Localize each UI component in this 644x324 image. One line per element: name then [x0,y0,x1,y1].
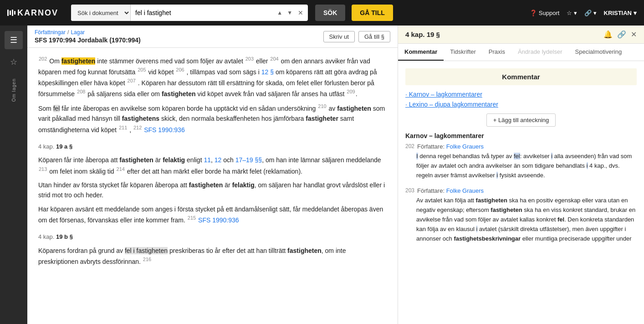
doc-header: Författningar / Lagar SFS 1970:994 Jorda… [27,26,398,48]
highlight-fastigheten-1: fastigheten [61,57,96,65]
search-input[interactable] [131,5,273,21]
paragraph-19a-1: Köparen får inte åberopa att fastigheten… [38,155,387,176]
lexino-link[interactable]: · Lexino – djupa lagkommentarer [405,101,637,108]
tab-kommentar[interactable]: Kommentar [398,44,444,61]
bell-icon-button[interactable]: 🔔 [603,30,613,39]
link-icon-button[interactable]: 🔗 [617,30,626,39]
search-clear-button[interactable]: ✕ [295,8,306,17]
gatill-button[interactable]: GÅ TILL [352,5,393,21]
left-sidebar: ☰ ☆ Om lagen [0,26,27,324]
user-menu[interactable]: KRISTIAN ▾ [604,10,637,16]
breadcrumb-laws[interactable]: Lagar [71,29,85,36]
law-ref-sfs-1990-936-2[interactable]: SFS 1990:936 [198,216,239,224]
paragraph-19a-2: Utan hinder av första stycket får köpare… [38,180,387,201]
right-panel-icons: 🔔 🔗 ✕ [603,30,637,39]
law-ref-12b[interactable]: 12 [215,156,222,164]
ref-211: 211 [119,125,127,130]
ref-210: 210 [318,103,326,109]
author-link-202[interactable]: Folke Grauers [446,143,484,150]
paragraph-19b: Köparens fordran på grund av fel i fasti… [38,246,387,267]
search-prev-button[interactable]: ▲ [275,9,284,17]
comment-text-203: Av avtalet kan följa att fastigheten ska… [416,196,637,243]
ref-202: 202 [39,56,47,62]
doc-header-left: Författningar / Lagar SFS 1970:994 Jorda… [35,29,141,44]
paragraph-19a-3: Har köparen avsänt ett meddelande som an… [38,204,387,225]
right-panel-header: 4 kap. 19 § 🔔 🔗 ✕ [398,26,644,44]
law-ref-17-19[interactable]: 17–19 §§ [235,156,262,164]
right-panel-tabs: Kommentar Tidskrifter Praxis Ändrade lyd… [398,44,644,61]
search-nav-buttons: ▲ ▼ ✕ [273,8,308,17]
main-area: ☰ ☆ Om lagen Författningar / Lagar SFS 1… [0,26,644,324]
ref-204: 204 [270,56,278,62]
doc-content: 202 Om fastigheten inte stämmer överens … [27,48,398,324]
fastigheter-1: fastigheter [306,115,338,122]
right-panel-title: 4 kap. 19 § [405,31,440,38]
breadcrumb-authors[interactable]: Författningar [35,29,66,36]
logo-icon [7,10,15,16]
paragraph-202: 202 Om fastigheten inte stämmer överens … [38,55,387,99]
right-panel-content: Kommentar · Karnov – lagkommentarer · Le… [398,61,644,324]
breadcrumb-separator: / [67,29,69,36]
comment-author-202: Författare: Folke Grauers [416,143,637,150]
breadcrumb: Författningar / Lagar [35,29,141,36]
ref-203: 203 [245,56,254,62]
ref-212: 212 [133,125,142,130]
document-area: Författningar / Lagar SFS 1970:994 Jorda… [27,26,398,324]
law-ref-12[interactable]: 12 § [261,68,274,76]
sok-button[interactable]: SÖK [315,5,345,21]
ref-205: 205 [138,67,146,72]
ref-209: 209 [347,89,355,94]
goto-section-button[interactable]: Gå till § [358,31,390,42]
comment-body-203: Författare: Folke Grauers Av avtalet kan… [416,187,637,243]
tab-tidskrifter[interactable]: Tidskrifter [444,44,482,61]
ref-208: 208 [77,89,85,94]
comment-author-203: Författare: Folke Grauers [416,187,637,194]
kommentar-heading: Kommentar [405,68,637,85]
question-icon: ❓ [530,10,537,16]
comment-202: 202 Författare: Folke Grauers I denna re… [405,143,637,180]
fastighetens-1: fastighetens [122,115,159,122]
section-202: 202 Om fastigheten inte stämmer överens … [38,55,387,135]
logo-text: KARNOV [17,8,58,18]
law-ref-11[interactable]: 11 [204,156,211,164]
author-link-203[interactable]: Folke Grauers [446,187,484,194]
fastigheten-3: fastigheten [337,105,371,112]
karnov-section-title: Karnov – lagkommentarer [405,132,637,139]
law-ref-sfs-1990-936-1[interactable]: SFS 1990:936 [144,126,185,133]
highlight-fel: fel [53,105,60,112]
section-19a: 4 kap. 19 a § Köparen får inte åberopa a… [38,142,387,225]
search-next-button[interactable]: ▼ [285,9,294,17]
sidebar-menu-button[interactable]: ☰ [5,31,23,49]
section-19b-heading: 4 kap. 19 b § [38,232,387,242]
links-button[interactable]: 🔗 ▾ [584,10,597,16]
tab-andrade-lydelser[interactable]: Ändrade lydelser [511,44,569,61]
ref-207: 207 [128,78,136,83]
print-button[interactable]: Skriv ut [323,31,355,42]
paragraph-210: Som fel får inte åberopas en avvikelse s… [38,103,387,134]
ref-206: 206 [176,67,184,72]
sidebar-bookmark-button[interactable]: ☆ [5,53,23,71]
karnov-lagkommentar-link[interactable]: · Karnov – lagkommentarer [405,91,637,98]
tab-specialmotivering[interactable]: Specialmotivering [569,44,629,61]
right-panel: 4 kap. 19 § 🔔 🔗 ✕ Kommentar Tidskrifter … [398,26,644,324]
top-navigation: KARNOV Sök i dokument ▲ ▼ ✕ SÖK GÅ TILL … [0,0,644,26]
support-link[interactable]: ❓ Support [530,10,560,16]
doc-header-actions: Skriv ut Gå till § [323,31,390,42]
section-19a-heading: 4 kap. 19 a § [38,142,387,152]
comment-num-202: 202 [405,143,414,149]
sidebar-label[interactable]: Om lagen [11,78,16,102]
comment-num-203: 203 [405,187,414,194]
search-type-select[interactable]: Sök i dokument [71,5,131,21]
comment-text-202: I denna regel behandlas två typer av fel… [416,152,637,180]
tab-praxis[interactable]: Praxis [482,44,511,61]
comment-body-202: Författare: Folke Grauers I denna regel … [416,143,637,180]
add-note-button[interactable]: + Lägg till anteckning [486,113,556,127]
bookmarks-button[interactable]: ☆ ▾ [567,10,577,16]
highlight-fastigheten-2: fastigheten [162,90,196,98]
close-icon-button[interactable]: ✕ [631,30,637,39]
search-container: Sök i dokument ▲ ▼ ✕ [71,5,308,21]
logo: KARNOV [7,8,58,18]
nav-right: ❓ Support ☆ ▾ 🔗 ▾ KRISTIAN ▾ [530,10,637,16]
section-19b: 4 kap. 19 b § Köparens fordran på grund … [38,232,387,267]
comment-203: 203 Författare: Folke Grauers Av avtalet… [405,187,637,243]
